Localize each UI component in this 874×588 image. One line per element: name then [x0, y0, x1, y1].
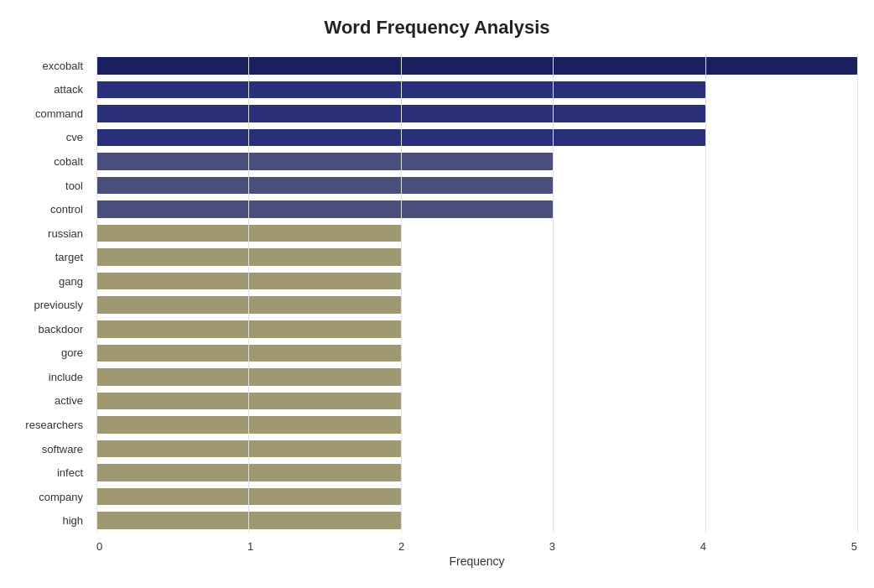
y-label: gang: [59, 269, 90, 294]
y-label: cve: [66, 126, 90, 150]
x-axis-label: 0: [96, 540, 102, 553]
bar: [96, 153, 553, 170]
bar: [96, 177, 553, 195]
bar-row: [96, 126, 857, 150]
bar: [96, 440, 401, 458]
y-label: attack: [54, 78, 90, 102]
bar-row: [96, 437, 857, 461]
bar: [96, 416, 401, 434]
grid-line: [857, 54, 858, 533]
x-axis-label: 5: [851, 540, 857, 553]
bar: [96, 225, 401, 242]
bar-row: [96, 293, 857, 317]
bar: [96, 57, 857, 75]
bar-row: [96, 461, 857, 485]
bar: [96, 200, 553, 218]
bar: [96, 393, 401, 410]
y-label: backdoor: [39, 317, 90, 341]
y-label: tool: [65, 174, 90, 198]
bar-row: [96, 221, 857, 246]
x-axis-label: 1: [247, 540, 253, 553]
y-label: infect: [57, 461, 90, 485]
chart-title: Word Frequency Analysis: [17, 17, 857, 39]
bar-row: [96, 174, 857, 198]
y-label: command: [35, 101, 90, 126]
bar: [96, 81, 705, 99]
bar-row: [96, 341, 857, 366]
chart-container: Word Frequency Analysis excobaltattackco…: [0, 0, 874, 588]
y-label: company: [39, 485, 90, 509]
bar-row: [96, 197, 857, 221]
bars-area: 012345 Frequency: [96, 54, 857, 533]
bar: [96, 129, 705, 147]
y-label: gore: [61, 341, 90, 366]
bar: [96, 273, 401, 290]
bar: [96, 105, 705, 122]
y-label: russian: [48, 221, 90, 246]
y-label: excobalt: [43, 54, 90, 78]
bar: [96, 296, 401, 314]
bar: [96, 320, 401, 338]
y-label: cobalt: [54, 149, 90, 174]
bar-row: [96, 485, 857, 509]
x-axis: 012345 Frequency: [96, 540, 857, 568]
bar-row: [96, 245, 857, 269]
x-axis-label: 3: [549, 540, 555, 553]
bar-row: [96, 317, 857, 341]
y-label: software: [42, 437, 90, 461]
bar-row: [96, 78, 857, 102]
y-label: previously: [34, 293, 90, 317]
bar: [96, 488, 401, 506]
bar: [96, 248, 401, 266]
bar: [96, 464, 401, 481]
y-label: control: [50, 197, 90, 221]
bar-row: [96, 54, 857, 78]
y-axis: excobaltattackcommandcvecobalttoolcontro…: [17, 54, 96, 533]
bar-row: [96, 365, 857, 389]
y-label: high: [62, 508, 90, 533]
x-axis-title: Frequency: [96, 554, 857, 568]
y-label: researchers: [25, 413, 90, 437]
y-label: target: [55, 245, 90, 269]
bar-row: [96, 101, 857, 126]
y-label: active: [55, 389, 90, 414]
bar-row: [96, 149, 857, 174]
bar: [96, 345, 401, 362]
bar-row: [96, 269, 857, 294]
bar: [96, 368, 401, 386]
bar-row: [96, 508, 857, 533]
x-axis-label: 4: [700, 540, 706, 553]
bar-row: [96, 389, 857, 414]
bar-row: [96, 413, 857, 437]
bar: [96, 512, 401, 529]
x-axis-label: 2: [398, 540, 404, 553]
y-label: include: [49, 365, 90, 389]
